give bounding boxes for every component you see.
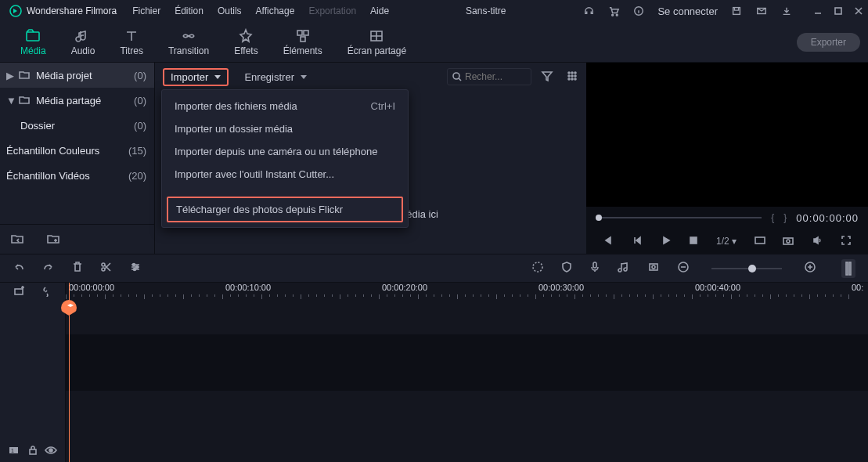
document-title: Sans-titre [389, 5, 582, 16]
search-input[interactable] [465, 71, 520, 82]
add-track-icon[interactable] [13, 286, 24, 299]
svg-rect-32 [593, 262, 596, 268]
svg-rect-9 [304, 31, 308, 35]
audio-mixer-icon[interactable] [618, 261, 630, 276]
record-button[interactable]: Enregistrer [238, 69, 313, 85]
svg-point-29 [136, 266, 139, 269]
svg-point-2 [616, 14, 618, 16]
import-button[interactable]: Importer [163, 68, 229, 86]
svg-rect-37 [846, 262, 848, 275]
svg-point-31 [533, 262, 542, 272]
svg-point-27 [102, 268, 105, 271]
step-back-button[interactable] [632, 235, 643, 248]
minimize-button[interactable] [813, 6, 823, 16]
render-icon[interactable] [531, 261, 544, 276]
snapshot-icon[interactable] [783, 235, 794, 248]
info-icon[interactable] [632, 5, 645, 17]
export-button[interactable]: Exporter [797, 33, 860, 52]
crop-button[interactable] [130, 261, 142, 276]
stop-button[interactable] [689, 236, 698, 247]
tab-elements[interactable]: Éléments [271, 25, 335, 60]
timeline-ruler[interactable]: 00:00:00:00 00:00:10:00 00:00:20:00 00:0… [66, 283, 868, 300]
main-tabs: Média Audio Titres Transition Effets Élé… [0, 22, 868, 63]
svg-rect-8 [297, 31, 302, 35]
shield-icon[interactable] [561, 261, 572, 276]
split-button[interactable] [100, 261, 113, 276]
media-panel: Importer Enregistrer Importer des fichie… [155, 63, 586, 254]
save-icon[interactable] [730, 5, 743, 17]
svg-point-30 [134, 269, 136, 271]
search-field[interactable] [447, 68, 531, 85]
new-folder-icon[interactable] [47, 232, 59, 247]
scrub-track[interactable] [596, 217, 762, 218]
menu-view[interactable]: Affichage [256, 5, 295, 16]
headset-icon[interactable] [582, 5, 595, 17]
track-area[interactable] [66, 334, 868, 391]
sidebar-item-color-samples[interactable]: Échantillon Couleurs(15) [0, 138, 154, 163]
marker-icon[interactable] [647, 261, 660, 276]
undo-button[interactable] [13, 261, 25, 276]
panel-resize-handle[interactable] [841, 259, 855, 278]
menu-edit[interactable]: Édition [175, 5, 203, 16]
lock-icon[interactable] [28, 445, 38, 458]
svg-text:1: 1 [11, 448, 14, 453]
sidebar-item-folder[interactable]: Dossier(0) [0, 113, 154, 138]
track-video-icon: 1 [9, 446, 21, 457]
zoom-out-button[interactable] [677, 261, 690, 276]
timeline-body[interactable]: 00:00:00:00 00:00:10:00 00:00:20:00 00:0… [66, 283, 868, 462]
visibility-icon[interactable] [45, 446, 57, 457]
fullscreen-icon[interactable] [841, 235, 852, 248]
svg-point-12 [453, 73, 459, 79]
delete-button[interactable] [72, 261, 83, 276]
cart-icon[interactable] [607, 5, 620, 17]
voiceover-icon[interactable] [589, 261, 600, 276]
prev-frame-button[interactable] [603, 235, 614, 248]
grid-view-icon[interactable] [566, 70, 578, 85]
tab-audio[interactable]: Audio [59, 25, 108, 60]
refresh-folder-icon[interactable] [11, 232, 23, 247]
timeline-gutter: 1 [0, 283, 66, 462]
svg-point-21 [574, 78, 576, 80]
preview-scrub[interactable]: {} 00:00:00:00 [586, 207, 868, 229]
redo-button[interactable] [42, 261, 55, 276]
menu-tools[interactable]: Outils [218, 5, 242, 16]
playhead[interactable]: ◂▸ [69, 283, 70, 462]
svg-point-15 [574, 72, 576, 74]
zoom-slider[interactable] [711, 268, 782, 269]
sidebar-item-project-media[interactable]: ▶ Média projet(0) [0, 63, 154, 88]
filter-icon[interactable] [541, 70, 553, 85]
app-logo-icon [9, 5, 22, 17]
menu-file[interactable]: Fichier [132, 5, 160, 16]
menu-bar: Fichier Édition Outils Affichage Exporta… [132, 5, 389, 16]
link-icon[interactable] [41, 286, 52, 299]
maximize-button[interactable] [834, 6, 843, 16]
import-folder-item[interactable]: Importer un dossier média [167, 117, 403, 140]
tab-media[interactable]: Média [8, 25, 59, 60]
svg-point-1 [612, 14, 614, 16]
import-files-item[interactable]: Importer des fichiers médiaCtrl+I [167, 95, 403, 117]
play-button[interactable] [661, 235, 672, 248]
mark-out-icon[interactable]: } [783, 212, 787, 223]
quality-icon[interactable] [755, 235, 765, 248]
mail-icon[interactable] [755, 5, 768, 17]
media-sidebar: ▶ Média projet(0) ▼ Média partagé(0) Dos… [0, 63, 155, 254]
import-instant-cutter-item[interactable]: Importer avec l'outil Instant Cutter... [167, 163, 403, 186]
menu-help[interactable]: Aide [370, 5, 389, 16]
zoom-dropdown[interactable]: 1/2 ▾ [716, 236, 737, 247]
mark-in-icon[interactable]: { [771, 212, 774, 223]
sidebar-item-shared-media[interactable]: ▼ Média partagé(0) [0, 88, 154, 113]
svg-rect-7 [27, 32, 39, 41]
sidebar-item-video-samples[interactable]: Échantillon Vidéos(20) [0, 163, 154, 188]
titlebar-actions: Se connecter [582, 5, 863, 17]
import-camera-item[interactable]: Importer depuis une caméra ou un télépho… [167, 140, 403, 163]
login-button[interactable]: Se connecter [657, 5, 718, 17]
download-icon[interactable] [780, 5, 793, 17]
import-flickr-item[interactable]: Télécharger des photos depuis Flickr [167, 197, 403, 222]
tab-titles[interactable]: Titres [107, 25, 156, 60]
zoom-in-button[interactable] [804, 261, 816, 276]
tab-transition[interactable]: Transition [156, 25, 222, 60]
close-button[interactable] [854, 6, 863, 16]
tab-effects[interactable]: Effets [222, 25, 270, 60]
volume-icon[interactable] [812, 235, 823, 248]
tab-split-screen[interactable]: Écran partagé [335, 25, 419, 60]
